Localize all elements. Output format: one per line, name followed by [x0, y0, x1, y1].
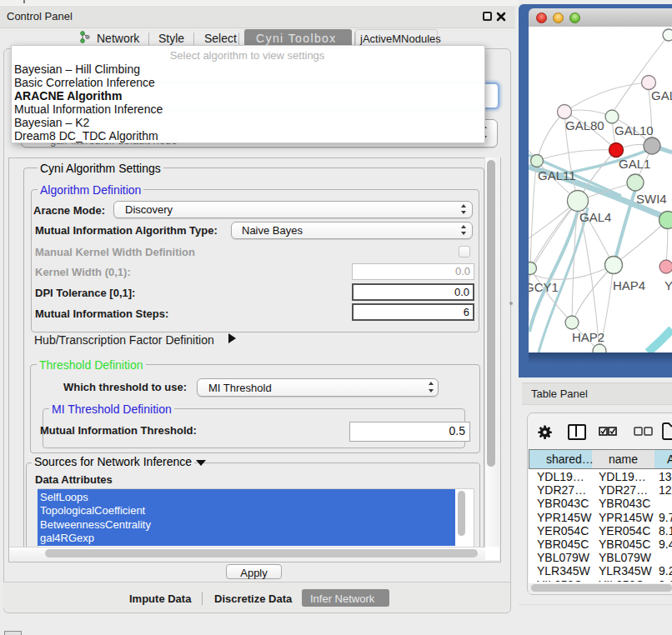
- svg-text:GAL11: GAL11: [538, 168, 576, 182]
- svg-text:HAP2: HAP2: [572, 330, 604, 344]
- svg-text:SWI4: SWI4: [636, 192, 667, 206]
- svg-text:GAL4: GAL4: [579, 210, 611, 224]
- svg-text:GAL3: GAL3: [651, 88, 672, 102]
- svg-text:GCY1: GCY1: [529, 280, 559, 294]
- svg-text:GAL80: GAL80: [565, 118, 604, 132]
- svg-text:GAL1: GAL1: [619, 157, 650, 171]
- svg-text:HAP4: HAP4: [613, 278, 645, 292]
- svg-text:GAL10: GAL10: [614, 123, 654, 138]
- svg-text:Y: Y: [664, 278, 672, 292]
